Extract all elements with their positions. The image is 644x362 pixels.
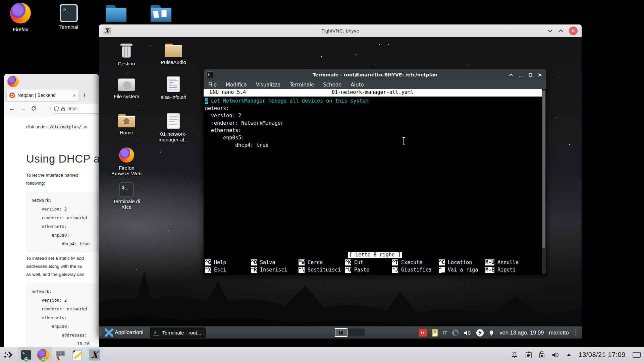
lock-icon[interactable] — [61, 106, 65, 111]
close-icon[interactable] — [538, 73, 542, 77]
firefox-icon — [119, 147, 134, 163]
vnc-icon-netplan-file[interactable]: 01-network- manager-al... — [150, 113, 197, 142]
vnc-icon-alsa-info[interactable]: alsa-info.sh — [150, 76, 197, 100]
desktop-icon-terminal[interactable]: >_ Terminal — [50, 4, 87, 30]
code-block-static: network: version: 2 renderer: networkd e… — [26, 283, 99, 347]
vnc-icon-pulseaudio[interactable]: PulseAudio — [150, 44, 197, 65]
document-icon — [161, 10, 167, 17]
desktop-folder-documents-icon[interactable] — [151, 5, 171, 22]
folder-icon — [165, 44, 182, 57]
usb-device-icon[interactable] — [539, 351, 545, 359]
menu-file[interactable]: File — [208, 82, 217, 88]
reload-icon[interactable] — [31, 106, 37, 111]
volume-icon[interactable] — [464, 330, 471, 336]
menu-edit[interactable]: Modifica — [226, 82, 247, 88]
terminal-titlebar[interactable]: $- Terminale - root@marietto-BHYVE: /etc… — [204, 69, 546, 80]
url-text: https: — [67, 106, 79, 111]
menu-tabs[interactable]: Schede — [323, 82, 341, 88]
scrollbar-thumb[interactable] — [542, 90, 545, 248]
applications-menu[interactable]: Applicazioni — [115, 329, 143, 336]
yaml-line: version: 2 — [205, 112, 241, 119]
tightvnc-window: TightVNC: bhyve X ✕ Cestino PulseAudio — [99, 24, 582, 339]
show-desktop-button[interactable] — [633, 352, 641, 358]
yaml-line: enp0s5: — [205, 134, 244, 141]
url-bar[interactable]: https: — [50, 104, 99, 114]
host-clock[interactable]: 13/08/21 17:09 — [579, 351, 626, 359]
xfce-menu-icon[interactable] — [105, 328, 113, 337]
close-icon[interactable]: ✕ — [569, 26, 578, 35]
notification-bell-icon[interactable] — [489, 330, 494, 336]
yaml-line: dhcp4: true — [205, 141, 269, 149]
browser-tab[interactable]: Netplan | Backend × — [7, 89, 78, 101]
text-file-icon — [167, 113, 180, 129]
desktop-icon-firefox[interactable]: Firefox — [2, 3, 39, 32]
back-button[interactable]: ← — [9, 105, 15, 112]
host-taskbar: >_ + + X — [0, 347, 644, 362]
maximize-icon[interactable] — [558, 29, 564, 33]
taskbar-konsole-button[interactable]: >_ + — [18, 347, 35, 362]
terminal-scrollbar[interactable] — [542, 89, 546, 274]
forward-button: → — [20, 105, 26, 112]
spinner-icon[interactable] — [452, 329, 459, 336]
taskbar-vncviewer-button[interactable]: X — [86, 347, 103, 362]
vnc-icon-xfce-terminal[interactable]: $_ Terminale di Xfce — [103, 182, 150, 210]
terminal-title: Terminale - root@marietto-BHYVE: /etc/ne… — [204, 69, 546, 80]
shield-icon[interactable] — [54, 106, 59, 111]
taskbar-app-button[interactable] — [52, 347, 69, 362]
tab-close-icon[interactable]: × — [73, 93, 76, 98]
clipboard-icon[interactable] — [525, 351, 532, 359]
keyboard-layout-indicator[interactable]: IT — [443, 330, 447, 336]
minimize-icon[interactable] — [519, 73, 523, 76]
shade-icon[interactable] — [509, 73, 513, 76]
trash-icon — [120, 43, 133, 58]
home-folder-icon — [118, 114, 135, 127]
nano-cursor: # — [205, 98, 208, 104]
minimize-icon[interactable] — [547, 29, 553, 33]
desktop-folder-icon[interactable] — [106, 5, 126, 22]
xorg-icon: X — [89, 349, 100, 361]
terminal-window: $- Terminale - root@marietto-BHYVE: /etc… — [204, 69, 546, 275]
host-system-tray: 13/08/21 17:09 — [511, 347, 641, 362]
maximize-icon[interactable] — [529, 73, 532, 77]
volume-icon[interactable] — [552, 352, 559, 358]
vnc-icon-firefox[interactable]: Firefox Browser Web — [103, 147, 150, 176]
ubuntu-favicon — [9, 93, 15, 98]
taskbar-firefox-button[interactable]: + — [35, 347, 52, 362]
workspace-pager[interactable]: $ — [335, 328, 365, 337]
workspace-2[interactable] — [347, 328, 365, 337]
vnc-titlebar[interactable]: TightVNC: bhyve X ✕ — [99, 24, 582, 37]
firefox-tab-bar: Netplan | Backend × + — [4, 88, 99, 102]
nano-header: GNU nano 5.4 01-network-manager-all.yaml — [204, 89, 542, 97]
vnc-icon-filesystem[interactable]: File system — [103, 78, 150, 99]
paragraph-line: following: — [26, 181, 45, 186]
terminal-menubar: File Modifica Visualizza Terminale Sched… — [204, 80, 546, 89]
tray-expand-icon[interactable] — [566, 353, 572, 357]
task-label: Terminale - root... — [162, 330, 201, 336]
power-manager-icon[interactable] — [476, 329, 484, 337]
paragraph-line: To instead set a static IP add — [26, 256, 84, 261]
taskbar-notes-button[interactable] — [69, 347, 86, 362]
yaml-comment-line: # Let NetworkManager manage all devices … — [205, 97, 369, 105]
vnc-clock[interactable]: ven 13 ago, 19:09 — [499, 329, 544, 336]
screen-share-tray-icon[interactable] — [419, 329, 427, 337]
new-tab-button[interactable]: + — [83, 91, 87, 99]
vnc-icon-trash[interactable]: Cestino — [103, 43, 150, 66]
user-name: marietto — [549, 329, 569, 336]
menu-help[interactable]: Aiuto — [351, 82, 364, 88]
harddisk-icon — [118, 78, 135, 91]
paragraph-line: disk under /etc/netplan/ w — [26, 124, 87, 129]
menu-terminal[interactable]: Terminale — [290, 82, 314, 88]
clipboard-manager-icon[interactable]: P — [432, 329, 438, 337]
panel-grip[interactable] — [575, 328, 577, 337]
notification-bell-icon[interactable] — [511, 351, 518, 359]
terminal-icon: $- — [153, 330, 159, 336]
workspace-1[interactable]: $ — [335, 328, 347, 337]
vnc-icon-home[interactable]: Home — [103, 114, 150, 135]
panel-expander[interactable] — [0, 347, 17, 362]
menu-view[interactable]: Visualizza — [256, 82, 281, 88]
desktop-icon-label: Terminal — [50, 24, 87, 30]
firefox-titlebar[interactable] — [4, 74, 99, 88]
taskbar-window-button[interactable]: $- Terminale - root... — [150, 327, 206, 338]
terminal-icon: $ — [339, 330, 343, 335]
panel-grip[interactable] — [100, 328, 102, 337]
